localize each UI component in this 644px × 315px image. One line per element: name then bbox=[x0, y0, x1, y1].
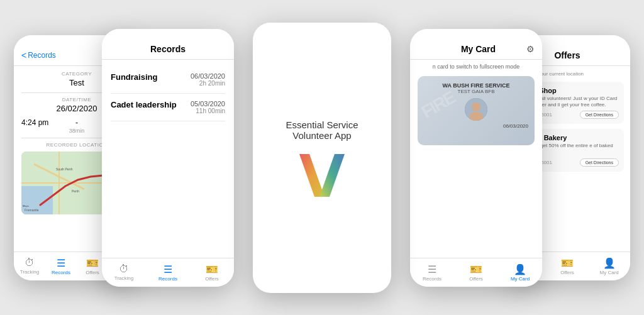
offers-icon-1: 🎫 bbox=[86, 257, 99, 269]
record-date-1: 05/03/2020 bbox=[191, 100, 225, 108]
svg-text:Maps: Maps bbox=[23, 204, 29, 207]
tab-records-4[interactable]: ☰ Records bbox=[410, 263, 454, 282]
records-list: Fundraising 06/03/2020 2h 20min Cadet le… bbox=[102, 60, 234, 128]
phone-records-list: Records Fundraising 06/03/2020 2h 20min … bbox=[102, 29, 234, 287]
tab-offers-4[interactable]: 🎫 Offers bbox=[454, 263, 498, 282]
splash-content-wrapper: Essential Service Volunteer App bbox=[253, 34, 391, 293]
my-card-header: My Card ⚙ bbox=[410, 40, 542, 60]
record-item-0[interactable]: Fundraising 06/03/2020 2h 20min bbox=[111, 66, 225, 94]
record-duration-1: 11h 00min bbox=[191, 108, 225, 114]
svg-marker-11 bbox=[319, 154, 345, 197]
tab-mycard-label-4: My Card bbox=[511, 276, 530, 282]
card-hint: n card to switch to fullscreen mode bbox=[410, 60, 542, 74]
tab-offers-label-5: Offers bbox=[560, 270, 574, 275]
tab-mycard-5[interactable]: 👤 My Card bbox=[588, 257, 630, 275]
tab-tracking-2[interactable]: ⏱ Tracking bbox=[102, 263, 146, 281]
tab-offers-label-1: Offers bbox=[86, 270, 99, 275]
offers-icon-5: 🎫 bbox=[561, 257, 574, 269]
mycard-icon-4: 👤 bbox=[514, 263, 526, 275]
tab-tracking-label-2: Tracking bbox=[114, 275, 133, 281]
status-bar-2 bbox=[102, 29, 234, 40]
records-icon-4: ☰ bbox=[428, 263, 436, 275]
header-2: Records bbox=[102, 40, 234, 60]
tab-offers-label-2: Offers bbox=[205, 276, 219, 282]
svg-point-13 bbox=[472, 102, 480, 111]
id-card-date: 06/03/2020 bbox=[424, 123, 528, 129]
tab-records-label-4: Records bbox=[423, 276, 441, 282]
record-right-0: 06/03/2020 2h 20min bbox=[191, 72, 225, 87]
time-start: 4:24 pm bbox=[21, 118, 48, 127]
phone-my-card: My Card ⚙ n card to switch to fullscreen… bbox=[410, 29, 542, 287]
tab-mycard-4[interactable]: 👤 My Card bbox=[498, 263, 542, 282]
svg-text:Perth: Perth bbox=[72, 189, 79, 193]
tab-bar-4: ☰ Records 🎫 Offers 👤 My Card bbox=[410, 258, 542, 287]
record-name-1: Cadet leadership bbox=[111, 100, 177, 109]
record-date-0: 06/03/2020 bbox=[191, 72, 225, 80]
record-right-1: 05/03/2020 11h 00min bbox=[191, 100, 225, 114]
svg-text:Fremantle: Fremantle bbox=[25, 208, 39, 212]
tab-offers-2[interactable]: 🎫 Offers bbox=[190, 263, 234, 282]
offers-icon-4: 🎫 bbox=[470, 263, 482, 275]
record-duration-0: 2h 20min bbox=[191, 80, 225, 87]
offers-icon-2: 🎫 bbox=[206, 263, 218, 275]
tab-tracking-label-1: Tracking bbox=[20, 269, 39, 275]
get-directions-0[interactable]: Get Directions bbox=[580, 111, 619, 119]
svg-marker-10 bbox=[299, 154, 325, 197]
records-icon-2: ☰ bbox=[164, 263, 172, 275]
records-list-title: Records bbox=[109, 44, 226, 54]
status-bar-3 bbox=[253, 23, 391, 34]
tab-bar-2: ⏱ Tracking ☰ Records 🎫 Offers bbox=[102, 258, 234, 287]
svg-text:South Perth: South Perth bbox=[56, 167, 73, 171]
tab-offers-label-4: Offers bbox=[469, 276, 483, 282]
tab-offers-5[interactable]: 🎫 Offers bbox=[547, 257, 589, 275]
tab-tracking-1[interactable]: ⏱ Tracking bbox=[14, 257, 45, 275]
records-icon-1: ☰ bbox=[57, 257, 65, 269]
get-directions-1[interactable]: Get Directions bbox=[580, 158, 619, 167]
tab-records-label-2: Records bbox=[158, 276, 177, 282]
time-sep: - bbox=[75, 118, 78, 127]
my-card-title: My Card bbox=[430, 44, 526, 54]
my-card-content: n card to switch to fullscreen mode FIRE… bbox=[410, 60, 542, 258]
scene: Records CATEGORY Test DATE/TIME 26/02/20… bbox=[8, 10, 636, 306]
records-list-content: Fundraising 06/03/2020 2h 20min Cadet le… bbox=[102, 60, 234, 258]
tab-mycard-label-5: My Card bbox=[600, 270, 619, 275]
record-item-1[interactable]: Cadet leadership 05/03/2020 11h 00min bbox=[111, 94, 225, 121]
splash-title: Essential Service Volunteer App bbox=[253, 119, 391, 141]
gear-icon[interactable]: ⚙ bbox=[526, 44, 535, 54]
record-name-0: Fundraising bbox=[111, 72, 157, 82]
tab-records-1[interactable]: ☰ Records bbox=[45, 257, 77, 275]
id-card-photo bbox=[465, 98, 487, 121]
id-card-org: WA BUSH FIRE SERVICE bbox=[424, 82, 528, 89]
mycard-icon-5: 👤 bbox=[603, 257, 616, 269]
avatar-svg bbox=[465, 98, 487, 121]
tab-records-2[interactable]: ☰ Records bbox=[146, 263, 190, 282]
status-bar-4 bbox=[410, 29, 542, 40]
tracking-icon-1: ⏱ bbox=[25, 257, 35, 268]
splash-content: Essential Service Volunteer App bbox=[253, 34, 391, 293]
tab-records-label-1: Records bbox=[52, 270, 70, 275]
v-logo bbox=[297, 151, 347, 207]
phone-splash: Essential Service Volunteer App bbox=[253, 23, 391, 293]
id-card: FIRE WA BUSH FIRE SERVICE TEST GAIA BFB … bbox=[418, 76, 535, 145]
tracking-icon-2: ⏱ bbox=[119, 263, 129, 275]
